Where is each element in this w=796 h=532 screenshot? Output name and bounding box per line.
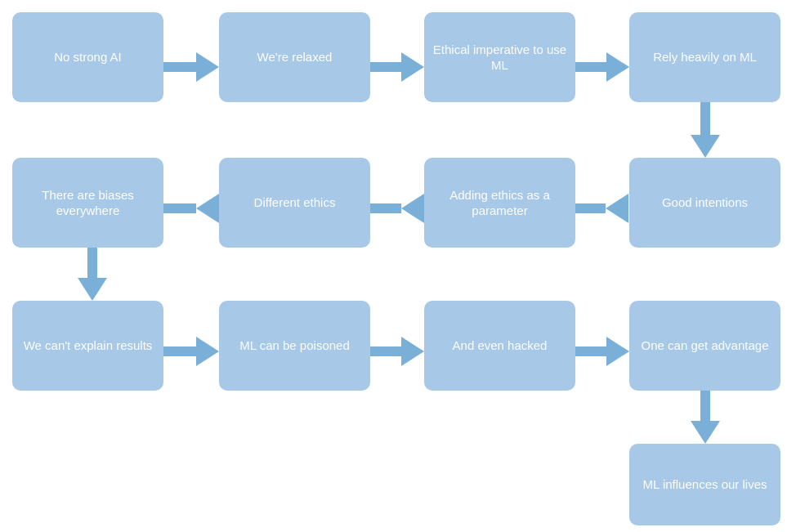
arrow-a2 (370, 52, 424, 82)
node-n5: There are biases everywhere (12, 158, 163, 248)
arrow-a4 (691, 102, 720, 158)
node-n6: Different ethics (219, 158, 370, 248)
node-n13: ML influences our lives (629, 444, 780, 525)
node-n9: We can't explain results (12, 301, 163, 391)
node-n1: No strong AI (12, 12, 163, 102)
node-n2: We're relaxed (219, 12, 370, 102)
arrow-a3 (575, 52, 629, 82)
arrow-a9 (163, 337, 219, 366)
node-n12: One can get advantage (629, 301, 780, 391)
node-n7: Adding ethics as a parameter (424, 158, 575, 248)
arrow-a8 (78, 248, 107, 301)
arrow-a11 (575, 337, 629, 366)
arrow-a5 (575, 194, 628, 223)
arrow-a12 (691, 391, 720, 444)
node-n3: Ethical imperative to use ML (424, 12, 575, 102)
node-n4: Rely heavily on ML (629, 12, 780, 102)
node-n10: ML can be poisoned (219, 301, 370, 391)
diagram: No strong AIWe're relaxedEthical imperat… (0, 0, 796, 532)
arrow-a10 (370, 337, 424, 366)
node-n11: And even hacked (424, 301, 575, 391)
arrow-a1 (163, 52, 219, 82)
arrow-a6 (370, 194, 424, 223)
arrow-a7 (163, 194, 219, 223)
node-n8: Good intentions (629, 158, 780, 248)
